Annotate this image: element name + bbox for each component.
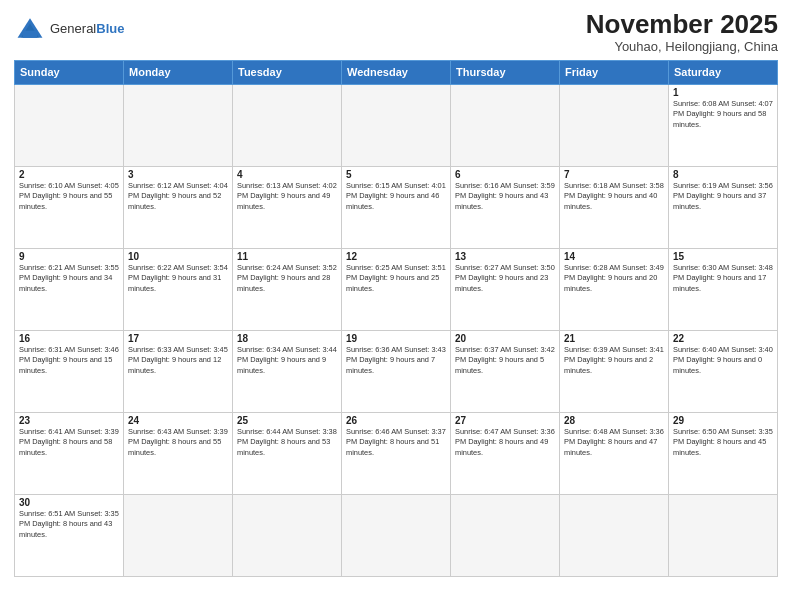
day-number: 8 [673,169,773,180]
day-info: Sunrise: 6:30 AM Sunset: 3:48 PM Dayligh… [673,263,773,295]
day-info: Sunrise: 6:40 AM Sunset: 3:40 PM Dayligh… [673,345,773,377]
day-info: Sunrise: 6:16 AM Sunset: 3:59 PM Dayligh… [455,181,555,213]
day-info: Sunrise: 6:28 AM Sunset: 3:49 PM Dayligh… [564,263,664,295]
calendar-cell: 29Sunrise: 6:50 AM Sunset: 3:35 PM Dayli… [669,412,778,494]
day-number: 4 [237,169,337,180]
day-number: 10 [128,251,228,262]
day-info: Sunrise: 6:12 AM Sunset: 4:04 PM Dayligh… [128,181,228,213]
calendar-cell [233,494,342,576]
calendar-cell: 3Sunrise: 6:12 AM Sunset: 4:04 PM Daylig… [124,166,233,248]
calendar-cell [669,494,778,576]
calendar-cell [124,494,233,576]
day-info: Sunrise: 6:18 AM Sunset: 3:58 PM Dayligh… [564,181,664,213]
header-tuesday: Tuesday [233,60,342,84]
day-number: 29 [673,415,773,426]
calendar-cell: 8Sunrise: 6:19 AM Sunset: 3:56 PM Daylig… [669,166,778,248]
day-info: Sunrise: 6:36 AM Sunset: 3:43 PM Dayligh… [346,345,446,377]
calendar-cell: 2Sunrise: 6:10 AM Sunset: 4:05 PM Daylig… [15,166,124,248]
day-info: Sunrise: 6:08 AM Sunset: 4:07 PM Dayligh… [673,99,773,131]
header: GeneralBlue November 2025 Youhao, Heilon… [14,10,778,54]
day-info: Sunrise: 6:22 AM Sunset: 3:54 PM Dayligh… [128,263,228,295]
calendar-cell [560,84,669,166]
day-number: 12 [346,251,446,262]
calendar-cell: 10Sunrise: 6:22 AM Sunset: 3:54 PM Dayli… [124,248,233,330]
calendar-cell: 14Sunrise: 6:28 AM Sunset: 3:49 PM Dayli… [560,248,669,330]
logo-icon [14,14,46,42]
day-info: Sunrise: 6:44 AM Sunset: 3:38 PM Dayligh… [237,427,337,459]
calendar-cell [451,494,560,576]
calendar-cell: 9Sunrise: 6:21 AM Sunset: 3:55 PM Daylig… [15,248,124,330]
calendar-cell: 1Sunrise: 6:08 AM Sunset: 4:07 PM Daylig… [669,84,778,166]
calendar-cell: 17Sunrise: 6:33 AM Sunset: 3:45 PM Dayli… [124,330,233,412]
calendar-cell: 26Sunrise: 6:46 AM Sunset: 3:37 PM Dayli… [342,412,451,494]
header-thursday: Thursday [451,60,560,84]
day-number: 25 [237,415,337,426]
day-info: Sunrise: 6:47 AM Sunset: 3:36 PM Dayligh… [455,427,555,459]
day-info: Sunrise: 6:21 AM Sunset: 3:55 PM Dayligh… [19,263,119,295]
header-saturday: Saturday [669,60,778,84]
calendar-cell: 20Sunrise: 6:37 AM Sunset: 3:42 PM Dayli… [451,330,560,412]
day-info: Sunrise: 6:46 AM Sunset: 3:37 PM Dayligh… [346,427,446,459]
svg-rect-2 [23,31,37,38]
day-number: 19 [346,333,446,344]
day-info: Sunrise: 6:37 AM Sunset: 3:42 PM Dayligh… [455,345,555,377]
title-block: November 2025 Youhao, Heilongjiang, Chin… [586,10,778,54]
day-number: 27 [455,415,555,426]
location-subtitle: Youhao, Heilongjiang, China [586,39,778,54]
day-info: Sunrise: 6:34 AM Sunset: 3:44 PM Dayligh… [237,345,337,377]
day-number: 1 [673,87,773,98]
day-number: 24 [128,415,228,426]
day-number: 15 [673,251,773,262]
calendar-cell: 21Sunrise: 6:39 AM Sunset: 3:41 PM Dayli… [560,330,669,412]
day-number: 5 [346,169,446,180]
day-number: 28 [564,415,664,426]
header-friday: Friday [560,60,669,84]
day-info: Sunrise: 6:41 AM Sunset: 3:39 PM Dayligh… [19,427,119,459]
day-number: 7 [564,169,664,180]
calendar-cell: 12Sunrise: 6:25 AM Sunset: 3:51 PM Dayli… [342,248,451,330]
day-number: 13 [455,251,555,262]
day-info: Sunrise: 6:13 AM Sunset: 4:02 PM Dayligh… [237,181,337,213]
day-info: Sunrise: 6:43 AM Sunset: 3:39 PM Dayligh… [128,427,228,459]
day-info: Sunrise: 6:24 AM Sunset: 3:52 PM Dayligh… [237,263,337,295]
calendar-cell: 6Sunrise: 6:16 AM Sunset: 3:59 PM Daylig… [451,166,560,248]
calendar-cell: 15Sunrise: 6:30 AM Sunset: 3:48 PM Dayli… [669,248,778,330]
calendar-cell: 16Sunrise: 6:31 AM Sunset: 3:46 PM Dayli… [15,330,124,412]
calendar-cell: 24Sunrise: 6:43 AM Sunset: 3:39 PM Dayli… [124,412,233,494]
calendar-cell: 19Sunrise: 6:36 AM Sunset: 3:43 PM Dayli… [342,330,451,412]
day-info: Sunrise: 6:48 AM Sunset: 3:36 PM Dayligh… [564,427,664,459]
calendar-cell: 13Sunrise: 6:27 AM Sunset: 3:50 PM Dayli… [451,248,560,330]
day-number: 18 [237,333,337,344]
calendar-cell [342,494,451,576]
day-info: Sunrise: 6:25 AM Sunset: 3:51 PM Dayligh… [346,263,446,295]
day-info: Sunrise: 6:50 AM Sunset: 3:35 PM Dayligh… [673,427,773,459]
day-number: 9 [19,251,119,262]
day-number: 11 [237,251,337,262]
day-number: 20 [455,333,555,344]
page: GeneralBlue November 2025 Youhao, Heilon… [0,0,792,612]
logo-text: GeneralBlue [50,21,124,36]
day-info: Sunrise: 6:15 AM Sunset: 4:01 PM Dayligh… [346,181,446,213]
calendar-cell: 25Sunrise: 6:44 AM Sunset: 3:38 PM Dayli… [233,412,342,494]
day-number: 17 [128,333,228,344]
day-number: 26 [346,415,446,426]
calendar-cell: 23Sunrise: 6:41 AM Sunset: 3:39 PM Dayli… [15,412,124,494]
day-info: Sunrise: 6:19 AM Sunset: 3:56 PM Dayligh… [673,181,773,213]
calendar-cell [342,84,451,166]
calendar-table: Sunday Monday Tuesday Wednesday Thursday… [14,60,778,577]
day-info: Sunrise: 6:39 AM Sunset: 3:41 PM Dayligh… [564,345,664,377]
day-number: 6 [455,169,555,180]
calendar-cell [233,84,342,166]
calendar-cell: 7Sunrise: 6:18 AM Sunset: 3:58 PM Daylig… [560,166,669,248]
day-info: Sunrise: 6:51 AM Sunset: 3:35 PM Dayligh… [19,509,119,541]
day-number: 14 [564,251,664,262]
day-number: 2 [19,169,119,180]
calendar-header-row: Sunday Monday Tuesday Wednesday Thursday… [15,60,778,84]
logo: GeneralBlue [14,14,124,42]
calendar-cell: 5Sunrise: 6:15 AM Sunset: 4:01 PM Daylig… [342,166,451,248]
header-wednesday: Wednesday [342,60,451,84]
calendar-cell: 18Sunrise: 6:34 AM Sunset: 3:44 PM Dayli… [233,330,342,412]
day-number: 3 [128,169,228,180]
calendar-cell: 27Sunrise: 6:47 AM Sunset: 3:36 PM Dayli… [451,412,560,494]
calendar-cell [15,84,124,166]
